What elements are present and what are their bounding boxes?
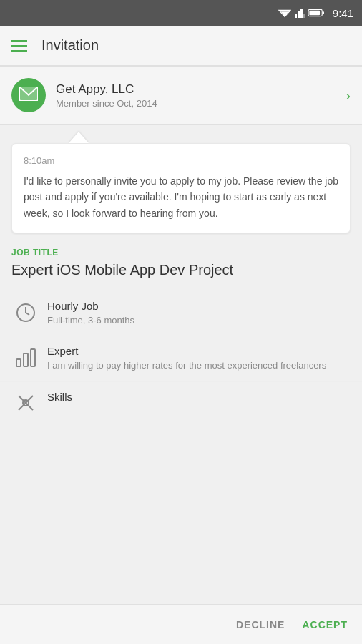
bubble-arrow xyxy=(69,132,89,143)
svg-line-13 xyxy=(26,313,29,315)
bottom-action-bar: DECLINE ACCEPT xyxy=(0,604,362,644)
detail-expert-title: Expert xyxy=(47,345,351,357)
signal-icon xyxy=(295,8,305,18)
company-info: Get Appy, LLC Member since Oct, 2014 xyxy=(56,82,346,109)
message-bubble: 8:10am I'd like to personally invite you… xyxy=(11,143,351,233)
envelope-icon xyxy=(19,87,38,104)
clock-icon xyxy=(11,300,40,324)
svg-rect-2 xyxy=(295,14,297,18)
detail-hourly-title: Hourly Job xyxy=(47,300,351,312)
detail-item-skills: Skills xyxy=(0,381,362,422)
company-row[interactable]: Get Appy, LLC Member since Oct, 2014 › xyxy=(0,67,362,124)
page-title: Invitation xyxy=(41,37,99,54)
company-since: Member since Oct, 2014 xyxy=(56,98,346,109)
svg-rect-15 xyxy=(24,353,28,366)
accept-button[interactable]: ACCEPT xyxy=(302,619,348,630)
wifi-icon xyxy=(278,8,291,18)
svg-rect-14 xyxy=(16,359,21,366)
chevron-right-icon: › xyxy=(346,87,351,104)
message-time: 8:10am xyxy=(24,155,338,166)
detail-skills-title: Skills xyxy=(47,391,351,403)
status-icons xyxy=(278,8,324,18)
status-bar: 9:41 xyxy=(0,0,362,26)
job-title-label: JOB TITLE xyxy=(11,248,351,258)
job-section: JOB TITLE Expert iOS Mobile App Dev Proj… xyxy=(0,233,362,279)
detail-hourly-subtitle: Full-time, 3-6 months xyxy=(47,314,351,327)
detail-item-expert: Expert I am willing to pay higher rates … xyxy=(0,336,362,381)
status-time: 9:41 xyxy=(333,7,353,19)
detail-expert-content: Expert I am willing to pay higher rates … xyxy=(47,345,351,372)
bars-icon xyxy=(11,345,40,368)
svg-rect-7 xyxy=(323,11,324,14)
battery-icon xyxy=(308,9,324,17)
message-container: 8:10am I'd like to personally invite you… xyxy=(0,125,362,233)
company-name: Get Appy, LLC xyxy=(56,82,346,97)
svg-rect-3 xyxy=(298,11,300,18)
detail-skills-content: Skills xyxy=(47,391,351,403)
detail-expert-subtitle: I am willing to pay higher rates for the… xyxy=(47,359,351,372)
tools-icon xyxy=(11,391,40,414)
decline-button[interactable]: DECLINE xyxy=(236,619,285,630)
job-title-text: Expert iOS Mobile App Dev Project xyxy=(11,260,351,279)
svg-rect-8 xyxy=(309,11,320,15)
svg-rect-16 xyxy=(31,349,35,366)
svg-rect-5 xyxy=(303,14,305,18)
detail-hourly-content: Hourly Job Full-time, 3-6 months xyxy=(47,300,351,327)
detail-list: Hourly Job Full-time, 3-6 months Expert … xyxy=(0,291,362,421)
menu-button[interactable] xyxy=(11,40,27,52)
message-text: I'd like to personally invite you to app… xyxy=(24,173,338,221)
detail-item-hourly: Hourly Job Full-time, 3-6 months xyxy=(0,291,362,336)
svg-rect-4 xyxy=(300,9,303,18)
app-header: Invitation xyxy=(0,26,362,66)
company-avatar xyxy=(11,78,46,112)
